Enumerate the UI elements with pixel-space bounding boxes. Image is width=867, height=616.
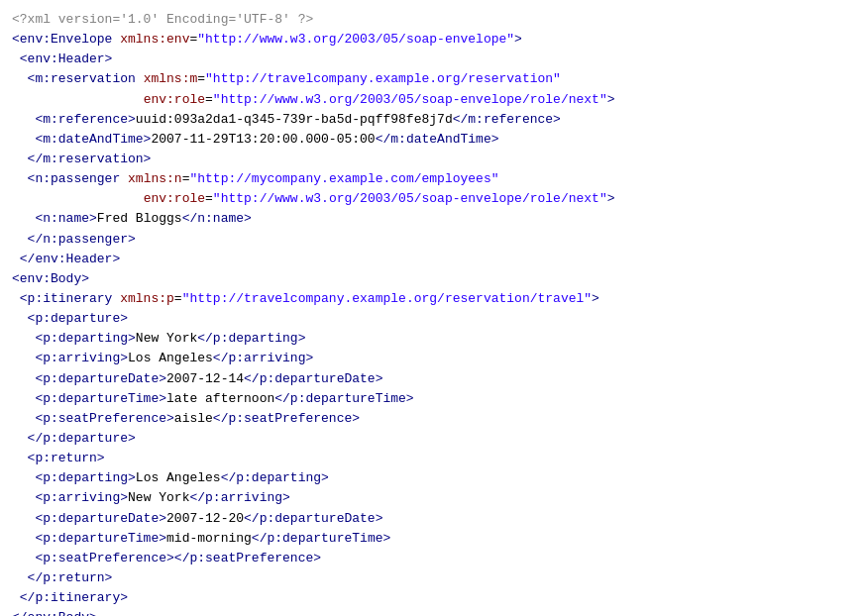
attr-name-span: env:role [144, 191, 205, 206]
text-span: New York [128, 490, 189, 505]
attr-name-span: xmlns:m [144, 71, 198, 86]
code-line: <?xml version='1.0' Encoding='UTF-8' ?> [12, 10, 855, 30]
text-span: 2007-11-29T13:20:00.000-05:00 [151, 132, 375, 147]
code-line: <p:departing>Los Angeles</p:departing> [12, 468, 855, 488]
tag-span: <env:Body> [12, 271, 89, 286]
attr-value-span: "http://www.w3.org/2003/05/soap-envelope… [213, 191, 607, 206]
code-line: <p:seatPreference>aisle</p:seatPreferenc… [12, 409, 855, 429]
code-line: <p:departureTime>mid-morning</p:departur… [12, 529, 855, 549]
tag-span: </p:departureDate> [244, 511, 382, 526]
tag-span: <m:dateAndTime> [12, 132, 151, 147]
tag-span: <p:departure> [12, 311, 128, 326]
tag-span: <m:reservation [12, 71, 144, 86]
text-span: New York [136, 331, 197, 346]
tag-span: <p:seatPreference> [12, 411, 174, 426]
tag-span: </m:reference> [453, 112, 561, 127]
tag-span: <p:departureDate> [12, 511, 166, 526]
attr-name-span: xmlns:env [120, 32, 189, 47]
attr-value-span: "http://travelcompany.example.org/reserv… [205, 71, 561, 86]
tag-span: <p:arriving> [12, 490, 128, 505]
tag-span: </n:name> [182, 211, 252, 226]
text-span: = [174, 291, 182, 306]
code-line: <env:Body> [12, 269, 855, 289]
code-line: <p:departure> [12, 309, 855, 329]
code-line: <p:arriving>New York</p:arriving> [12, 488, 855, 508]
code-line: <m:reference>uuid:093a2da1-q345-739r-ba5… [12, 110, 855, 130]
text-span: late afternoon [166, 391, 274, 406]
tag-span: <p:return> [12, 451, 105, 465]
code-line: env:role="http://www.w3.org/2003/05/soap… [12, 189, 855, 209]
tag-span: </m:dateAndTime> [376, 132, 499, 147]
text-span: = [197, 71, 205, 86]
code-line: </env:Body> [12, 608, 855, 616]
text-span: Los Angeles [128, 351, 213, 365]
code-line: <p:itinerary xmlns:p="http://travelcompa… [12, 289, 855, 309]
code-line: <n:name>Fred Bloggs</n:name> [12, 209, 855, 229]
code-line: <p:seatPreference></p:seatPreference> [12, 549, 855, 568]
text-span: 2007-12-14 [166, 371, 244, 386]
attr-name-span: env:role [144, 92, 205, 107]
pi-span: <?xml version='1.0' Encoding='UTF-8' ?> [12, 12, 313, 27]
text-span: = [205, 92, 213, 107]
code-line: </p:return> [12, 568, 855, 588]
tag-span: <p:departing> [12, 470, 136, 485]
attr-name-span: xmlns:n [128, 171, 182, 186]
attr-value-span: "http://www.w3.org/2003/05/soap-envelope… [213, 92, 607, 107]
tag-span: <env:Envelope [12, 32, 120, 47]
text-span [12, 92, 144, 107]
tag-span: </env:Header> [12, 252, 120, 266]
code-line: </p:itinerary> [12, 588, 855, 608]
tag-span: </p:arriving> [213, 351, 313, 365]
tag-span: <p:departing> [12, 331, 136, 346]
tag-span: </p:return> [12, 570, 112, 585]
code-line: <env:Header> [12, 50, 855, 69]
tag-span: </p:seatPreference> [213, 411, 360, 426]
code-line: <m:dateAndTime>2007-11-29T13:20:00.000-0… [12, 130, 855, 150]
tag-span: <p:departureTime> [12, 391, 166, 406]
text-span: uuid:093a2da1-q345-739r-ba5d-pqff98fe8j7… [136, 112, 453, 127]
code-line: </env:Header> [12, 250, 855, 269]
text-span: = [205, 191, 213, 206]
text-span [12, 191, 144, 206]
tag-span: > [607, 92, 615, 107]
code-line: env:role="http://www.w3.org/2003/05/soap… [12, 90, 855, 110]
tag-span: <env:Header> [12, 51, 112, 66]
attr-value-span: "http://mycompany.example.com/employees" [189, 171, 498, 186]
code-line: <m:reservation xmlns:m="http://travelcom… [12, 69, 855, 89]
tag-span: > [592, 291, 599, 306]
tag-span: </p:departureTime> [252, 531, 390, 546]
text-span: mid-morning [166, 531, 252, 546]
attr-value-span: "http://travelcompany.example.org/reserv… [182, 291, 592, 306]
tag-span: </p:arriving> [189, 490, 289, 505]
tag-span: > [514, 32, 522, 47]
code-line: </m:reservation> [12, 150, 855, 169]
tag-span: <m:reference> [12, 112, 136, 127]
tag-span: <p:seatPreference> [12, 551, 174, 565]
tag-span: </m:reservation> [12, 152, 151, 166]
tag-span: <p:departureDate> [12, 371, 166, 386]
code-line: <p:arriving>Los Angeles</p:arriving> [12, 349, 855, 368]
text-span: Los Angeles [136, 470, 221, 485]
text-span: 2007-12-20 [166, 511, 244, 526]
tag-span: </p:departureDate> [244, 371, 382, 386]
code-line: </p:departure> [12, 429, 855, 449]
code-line: <p:departing>New York</p:departing> [12, 329, 855, 349]
tag-span: > [607, 191, 615, 206]
tag-span: <p:arriving> [12, 351, 128, 365]
tag-span: <p:itinerary [12, 291, 120, 306]
code-container: <?xml version='1.0' Encoding='UTF-8' ?><… [0, 0, 867, 616]
code-line: <p:departureTime>late afternoon</p:depar… [12, 389, 855, 409]
code-line: <p:return> [12, 449, 855, 468]
code-line: <n:passenger xmlns:n="http://mycompany.e… [12, 169, 855, 189]
code-lines: <?xml version='1.0' Encoding='UTF-8' ?><… [12, 10, 855, 616]
code-line: <p:departureDate>2007-12-14</p:departure… [12, 369, 855, 389]
attr-name-span: xmlns:p [120, 291, 174, 306]
tag-span: </p:itinerary> [12, 590, 128, 605]
tag-span: </p:departure> [12, 431, 136, 446]
code-line: <p:departureDate>2007-12-20</p:departure… [12, 509, 855, 529]
tag-span: </p:seatPreference> [174, 551, 321, 565]
text-span: Fred Bloggs [97, 211, 182, 226]
text-span: aisle [174, 411, 213, 426]
tag-span: <n:passenger [12, 171, 128, 186]
tag-span: </n:passenger> [12, 232, 136, 247]
